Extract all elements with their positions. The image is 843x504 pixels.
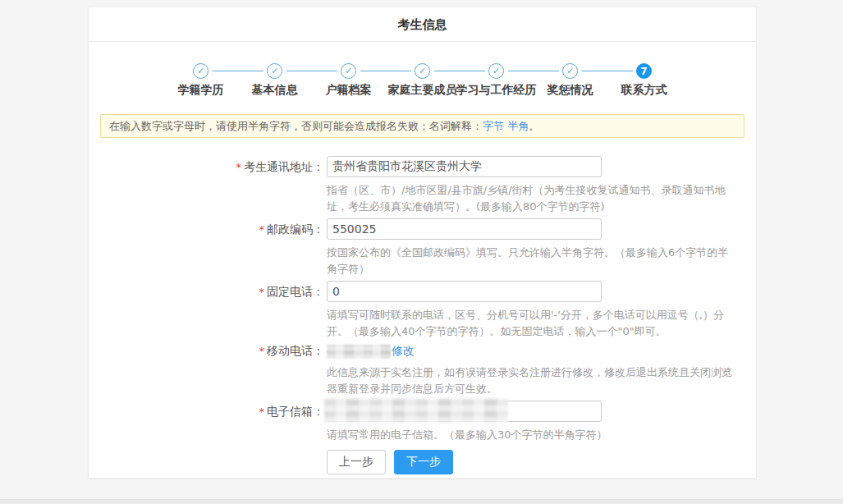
progress-stepper: ✓ 学籍学历 ✓ 基本信息 ✓ 户籍档案 ✓ 家庭主要成员 ✓ 学习与工作经历 … <box>89 63 756 98</box>
step-label: 户籍档案 <box>326 83 372 98</box>
field-label: *考生通讯地址： <box>89 156 324 215</box>
step-family-members[interactable]: ✓ 家庭主要成员 <box>386 63 460 98</box>
step-number-badge: 7 <box>636 63 652 79</box>
field-label: *固定电话： <box>89 281 324 340</box>
required-marker: * <box>259 405 265 418</box>
previous-step-button[interactable]: 上一步 <box>327 450 386 474</box>
form-actions: 上一步 下一步 <box>327 450 756 474</box>
step-label: 家庭主要成员 <box>388 83 457 98</box>
field-label: *邮政编码： <box>89 218 324 277</box>
glossary-link-byte[interactable]: 字节 <box>483 120 504 132</box>
address-input[interactable] <box>327 156 602 177</box>
email-help-text: 请填写常用的电子信箱。（最多输入30个字节的半角字符） <box>327 427 607 443</box>
form-row-postal-code: *邮政编码： 按国家公布的《全国邮政编码》填写。只允许输入半角字符。（最多输入6… <box>89 218 756 277</box>
step-student-status[interactable]: ✓ 学籍学历 <box>164 63 238 98</box>
check-icon: ✓ <box>415 63 430 79</box>
check-icon: ✓ <box>562 63 578 79</box>
redacted-email-overlay <box>324 398 508 423</box>
redacted-mobile-number <box>327 345 391 359</box>
form-row-email: *电子信箱： 请填写常用的电子信箱。（最多输入30个字节的半角字符） <box>89 401 756 443</box>
required-marker: * <box>236 161 242 173</box>
step-label: 学籍学历 <box>178 83 224 98</box>
required-marker: * <box>259 286 265 298</box>
check-icon: ✓ <box>267 63 282 79</box>
step-basic-info[interactable]: ✓ 基本信息 <box>238 63 312 98</box>
step-label: 联系方式 <box>621 83 667 98</box>
step-household-archive[interactable]: ✓ 户籍档案 <box>312 63 386 98</box>
check-icon: ✓ <box>193 63 208 79</box>
step-contact-info-current[interactable]: 7 联系方式 <box>607 63 681 98</box>
step-label: 学习与工作经历 <box>456 83 537 98</box>
glossary-link-halfwidth[interactable]: 半角 <box>507 120 529 132</box>
form-row-mobile-phone: *移动电话： 修改 此信息来源于实名注册，如有误请登录实名注册进行修改，修改后退… <box>89 343 756 397</box>
mobile-phone-help-text: 此信息来源于实名注册，如有误请登录实名注册进行修改，修改后退出系统且关闭浏览器重… <box>327 364 739 397</box>
check-icon: ✓ <box>488 63 504 79</box>
halfwidth-notice-bar: 在输入数字或字母时，请使用半角字符，否则可能会造成报名失败；名词解释：字节 半角… <box>100 114 744 138</box>
required-marker: * <box>259 223 265 236</box>
form-row-address: *考生通讯地址： 指省（区、市）/地市区盟/县市旗/乡镇/街村（为考生接收复试通… <box>89 156 756 215</box>
next-step-button[interactable]: 下一步 <box>394 450 453 474</box>
fixed-phone-input[interactable] <box>327 281 602 302</box>
notice-suffix: 。 <box>529 120 539 132</box>
step-rewards-punishments[interactable]: ✓ 奖惩情况 <box>534 63 607 98</box>
field-label: *电子信箱： <box>89 401 324 443</box>
form-row-fixed-phone: *固定电话： 请填写可随时联系的电话，区号、分机号可以用'-'分开，多个电话可以… <box>89 281 756 340</box>
modify-mobile-link[interactable]: 修改 <box>392 344 415 359</box>
contact-info-form: *考生通讯地址： 指省（区、市）/地市区盟/县市旗/乡镇/街村（为考生接收复试通… <box>89 156 756 474</box>
postal-code-input[interactable] <box>327 218 602 240</box>
postal-code-help-text: 按国家公布的《全国邮政编码》填写。只允许输入半角字符。（最多输入6个字节的半角字… <box>327 245 739 277</box>
step-study-work-history[interactable]: ✓ 学习与工作经历 <box>460 63 534 98</box>
page-bottom-strip <box>0 499 843 504</box>
page-title: 考生信息 <box>89 7 756 42</box>
check-icon: ✓ <box>341 63 356 79</box>
fixed-phone-help-text: 请填写可随时联系的电话，区号、分机号可以用'-'分开，多个电话可以用逗号（,）分… <box>327 307 739 340</box>
candidate-info-card: 考生信息 ✓ 学籍学历 ✓ 基本信息 ✓ 户籍档案 ✓ 家庭主要成员 ✓ 学习与… <box>88 7 757 479</box>
field-label: *移动电话： <box>89 343 324 397</box>
required-marker: * <box>259 345 265 357</box>
address-help-text: 指省（区、市）/地市区盟/县市旗/乡镇/街村（为考生接收复试通知书、录取通知书地… <box>327 182 739 215</box>
step-label: 基本信息 <box>252 83 298 98</box>
step-label: 奖惩情况 <box>547 83 593 98</box>
notice-text: 在输入数字或字母时，请使用半角字符，否则可能会造成报名失败；名词解释： <box>109 120 483 132</box>
